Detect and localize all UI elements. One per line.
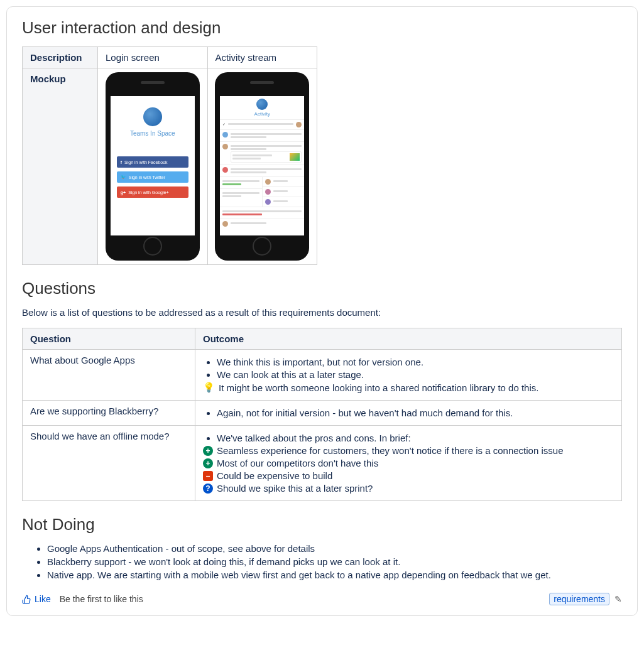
design-desc-activity: Activity stream xyxy=(207,47,317,68)
section-heading-not-doing: Not Doing xyxy=(22,515,622,534)
label-chip[interactable]: requirements xyxy=(549,593,609,605)
document-page: User interaction and design Description … xyxy=(6,6,638,616)
table-row: Are we supporting Blackberry?Again, not … xyxy=(23,401,622,426)
plus-icon: + xyxy=(203,458,213,468)
outcome-text: Seamless experience for customers, they … xyxy=(217,445,563,456)
thumbs-up-icon xyxy=(22,595,31,604)
question-icon: ? xyxy=(203,484,213,494)
twitter-signin-button: 🐦Sign in with Twitter xyxy=(117,171,188,183)
outcome-item: Again, not for initial version - but we … xyxy=(217,408,614,418)
plus-icon: + xyxy=(203,446,213,456)
questions-header-question: Question xyxy=(23,328,195,350)
question-cell: What about Google Apps xyxy=(23,350,195,401)
outcome-text: Most of our competitors don't have this xyxy=(217,458,378,468)
outcome-item: We can look at this at a later stage. xyxy=(217,369,614,380)
section-heading-questions: Questions xyxy=(22,279,622,298)
outcome-item: +Most of our competitors don't have this xyxy=(203,458,614,468)
mockup-activity-cell: Activity ✓ xyxy=(207,68,317,265)
section-heading-design: User interaction and design xyxy=(22,18,622,38)
list-item: Blackberry support - we won't look at do… xyxy=(47,556,622,567)
not-doing-list: Google Apps Authentication - out of scop… xyxy=(22,543,622,580)
list-item: Google Apps Authentication - out of scop… xyxy=(47,543,622,554)
outcome-item: We've talked about the pros and cons. In… xyxy=(217,433,614,443)
googleplus-signin-button: g+Sign in with Google+ xyxy=(117,186,188,198)
design-table: Description Login screen Activity stream… xyxy=(22,46,317,265)
outcome-cell: Again, not for initial version - but we … xyxy=(195,401,622,426)
questions-header-outcome: Outcome xyxy=(195,328,622,350)
like-button[interactable]: Like xyxy=(22,594,51,604)
page-footer: Like Be the first to like this requireme… xyxy=(22,593,622,605)
list-item: Native app. We are starting with a mobil… xyxy=(47,570,622,580)
brand-name: Teams In Space xyxy=(130,130,175,137)
phone-mockup-login: Teams In Space fSign in with Facebook 🐦S… xyxy=(106,72,200,261)
app-logo-icon xyxy=(256,99,268,110)
questions-table: Question Outcome What about Google AppsW… xyxy=(22,328,622,501)
question-cell: Are we supporting Blackberry? xyxy=(23,401,195,426)
question-cell: Should we have an offline mode? xyxy=(23,426,195,501)
questions-intro: Below is a list of questions to be addre… xyxy=(22,307,622,318)
app-logo-icon xyxy=(143,107,162,126)
design-desc-login: Login screen xyxy=(98,47,208,68)
like-hint: Be the first to like this xyxy=(60,594,143,604)
outcome-item: –Could be expensive to build xyxy=(203,470,614,481)
mockup-login-cell: Teams In Space fSign in with Facebook 🐦S… xyxy=(98,68,208,265)
activity-title: Activity xyxy=(220,111,304,117)
outcome-text: It might be worth someone looking into a… xyxy=(219,382,538,393)
table-row: What about Google AppsWe think this is i… xyxy=(23,350,622,401)
outcome-item: ?Should we spike this at a later sprint? xyxy=(203,483,614,494)
outcome-cell: We think this is important, but not for … xyxy=(195,350,622,401)
facebook-signin-button: fSign in with Facebook xyxy=(117,156,188,168)
outcome-cell: We've talked about the pros and cons. In… xyxy=(195,426,622,501)
edit-labels-icon[interactable]: ✎ xyxy=(614,594,622,604)
minus-icon: – xyxy=(203,471,213,481)
outcome-text: Could be expensive to build xyxy=(217,470,332,481)
design-row-header-mockup: Mockup xyxy=(23,68,98,265)
outcome-item: We think this is important, but not for … xyxy=(217,357,614,367)
lightbulb-icon: 💡 xyxy=(203,382,215,393)
table-row: Should we have an offline mode?We've tal… xyxy=(23,426,622,501)
phone-mockup-activity: Activity ✓ xyxy=(215,72,309,261)
outcome-item: +Seamless experience for customers, they… xyxy=(203,445,614,456)
design-row-header: Description xyxy=(23,47,98,68)
outcome-text: Should we spike this at a later sprint? xyxy=(217,483,373,494)
like-label: Like xyxy=(35,594,51,604)
outcome-item: 💡It might be worth someone looking into … xyxy=(203,382,614,393)
